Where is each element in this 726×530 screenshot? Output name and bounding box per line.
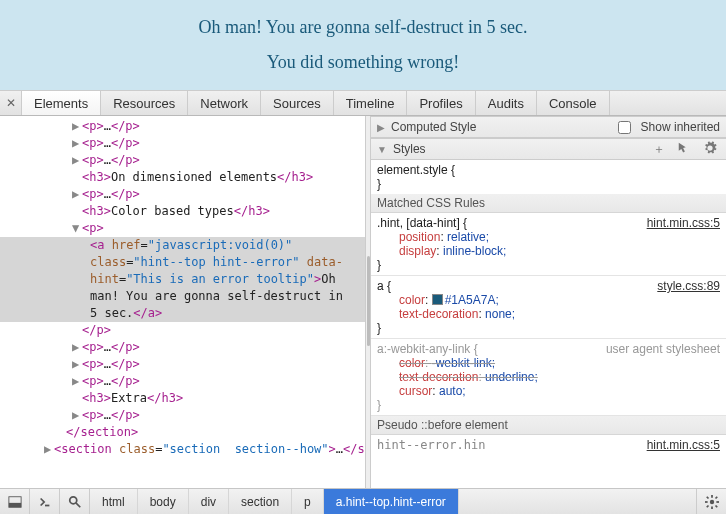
breadcrumb-div[interactable]: div: [189, 489, 229, 514]
css-rule-pseudo[interactable]: hint.min.css:5 hint--error.hin: [371, 435, 726, 455]
gear-icon: [703, 141, 717, 155]
css-declaration[interactable]: cursor: auto;: [399, 384, 720, 398]
show-inherited-checkbox[interactable]: [618, 121, 631, 134]
tab-profiles[interactable]: Profiles: [407, 91, 475, 115]
css-selector: a:-webkit-any-link {: [377, 342, 478, 356]
disclosure-down-icon: ▼: [377, 144, 387, 155]
disclosure-icon[interactable]: ▶: [72, 356, 82, 373]
dom-node[interactable]: <h3>On dimensioned elements</h3>: [0, 169, 365, 186]
tooltip-message: Oh man! You are gonna self-destruct in 5…: [199, 17, 528, 38]
disclosure-icon[interactable]: ▶: [72, 152, 82, 169]
dom-node[interactable]: ▶<p>…</p>: [0, 152, 365, 169]
css-declaration[interactable]: color: #1A5A7A;: [399, 293, 720, 307]
gear-icon: [705, 495, 719, 509]
page-preview: Oh man! You are gonna self-destruct in 5…: [0, 0, 726, 90]
breadcrumb-section[interactable]: section: [229, 489, 292, 514]
disclosure-icon[interactable]: ▶: [72, 186, 82, 203]
disclosure-icon[interactable]: ▶: [72, 135, 82, 152]
magnifier-icon: [68, 495, 82, 509]
css-rule-a[interactable]: style.css:89 a { color: #1A5A7A;text-dec…: [371, 276, 726, 339]
dock-icon: [8, 495, 22, 509]
color-swatch[interactable]: [432, 294, 443, 305]
css-declaration[interactable]: color: -webkit-link;: [399, 356, 720, 370]
disclosure-icon[interactable]: ▶: [72, 407, 82, 424]
dom-node[interactable]: ▶<p>…</p>: [0, 135, 365, 152]
pseudo-before-header: Pseudo ::before element: [371, 416, 726, 435]
source-link[interactable]: hint.min.css:5: [647, 438, 720, 452]
styles-section-header[interactable]: ▼ Styles ＋: [371, 138, 726, 160]
toggle-element-state-button[interactable]: [674, 141, 694, 158]
svg-rect-1: [8, 502, 20, 506]
tab-elements[interactable]: Elements: [22, 91, 101, 115]
disclosure-icon[interactable]: ▼: [72, 220, 82, 237]
show-inherited-label: Show inherited: [641, 120, 720, 134]
dom-node[interactable]: ▶<p>…</p>: [0, 356, 365, 373]
svg-line-4: [75, 502, 79, 506]
svg-line-13: [706, 505, 708, 507]
disclosure-icon[interactable]: [72, 203, 82, 220]
settings-button[interactable]: [696, 489, 726, 514]
dom-node[interactable]: </p>: [0, 322, 365, 339]
element-style-rule[interactable]: element.style { }: [371, 160, 726, 194]
dom-node[interactable]: <h3>Extra</h3>: [0, 390, 365, 407]
css-rule-ua[interactable]: user agent stylesheet a:-webkit-any-link…: [371, 339, 726, 416]
pane-splitter[interactable]: [365, 116, 371, 488]
css-rule-hint[interactable]: hint.min.css:5 .hint, [data-hint] { posi…: [371, 213, 726, 276]
css-declaration[interactable]: display: inline-block;: [399, 244, 720, 258]
dom-node[interactable]: ▶<section class="section section--how">……: [0, 441, 365, 458]
css-declaration[interactable]: position: relative;: [399, 230, 720, 244]
matched-css-header: Matched CSS Rules: [371, 194, 726, 213]
dom-node[interactable]: ▶<p>…</p>: [0, 407, 365, 424]
disclosure-icon[interactable]: ▶: [72, 118, 82, 135]
elements-dom-tree[interactable]: ▶<p>…</p>▶<p>…</p>▶<p>…</p> <h3>On dimen…: [0, 116, 365, 488]
computed-style-section[interactable]: ▶ Computed Style Show inherited: [371, 116, 726, 138]
tab-console[interactable]: Console: [537, 91, 610, 115]
disclosure-icon[interactable]: [56, 424, 66, 441]
new-style-rule-button[interactable]: ＋: [650, 141, 668, 158]
tab-resources[interactable]: Resources: [101, 91, 188, 115]
disclosure-icon[interactable]: [72, 322, 82, 339]
svg-line-11: [715, 505, 717, 507]
disclosure-icon[interactable]: [72, 390, 82, 407]
css-selector: a {: [377, 279, 391, 293]
dom-node[interactable]: ▶<p>…</p>: [0, 339, 365, 356]
breadcrumb-a-hint-top-hint-error[interactable]: a.hint--top.hint--error: [324, 489, 459, 514]
source-link[interactable]: hint.min.css:5: [647, 216, 720, 230]
disclosure-icon[interactable]: ▶: [72, 373, 82, 390]
close-devtools-button[interactable]: ✕: [0, 91, 22, 115]
svg-point-5: [709, 499, 713, 503]
tab-network[interactable]: Network: [188, 91, 261, 115]
css-declaration[interactable]: text-decoration: underline;: [399, 370, 720, 384]
breadcrumb-body[interactable]: body: [138, 489, 189, 514]
show-console-button[interactable]: [30, 489, 60, 514]
tab-timeline[interactable]: Timeline: [334, 91, 408, 115]
dom-node[interactable]: ▶<p>…</p>: [0, 186, 365, 203]
dom-node-selected[interactable]: <a href="javascript:void(0)" class="hint…: [0, 237, 365, 322]
disclosure-icon[interactable]: ▶: [44, 441, 54, 458]
dom-node[interactable]: ▶<p>…</p>: [0, 373, 365, 390]
css-declaration[interactable]: text-decoration: none;: [399, 307, 720, 321]
styles-settings-button[interactable]: [700, 141, 720, 158]
dom-node[interactable]: ▼<p>: [0, 220, 365, 237]
breadcrumb-html[interactable]: html: [90, 489, 138, 514]
console-icon: [38, 495, 52, 509]
breadcrumb-p[interactable]: p: [292, 489, 324, 514]
source-link[interactable]: style.css:89: [657, 279, 720, 293]
svg-line-12: [715, 496, 717, 498]
disclosure-icon[interactable]: ▶: [72, 339, 82, 356]
disclosure-right-icon: ▶: [377, 122, 385, 133]
styles-label: Styles: [393, 142, 426, 156]
computed-style-label: Computed Style: [391, 120, 476, 134]
brace-close: }: [377, 258, 381, 272]
disclosure-icon[interactable]: [72, 169, 82, 186]
tab-sources[interactable]: Sources: [261, 91, 334, 115]
tab-audits[interactable]: Audits: [476, 91, 537, 115]
styles-pane: ▶ Computed Style Show inherited ▼ Styles…: [371, 116, 726, 488]
dock-side-button[interactable]: [0, 489, 30, 514]
inspect-element-button[interactable]: [60, 489, 90, 514]
dom-node[interactable]: <h3>Color based types</h3>: [0, 203, 365, 220]
dom-node[interactable]: </section>: [0, 424, 365, 441]
svg-point-3: [69, 496, 76, 503]
devtools-tabbar: ✕ ElementsResourcesNetworkSourcesTimelin…: [0, 90, 726, 116]
dom-node[interactable]: ▶<p>…</p>: [0, 118, 365, 135]
